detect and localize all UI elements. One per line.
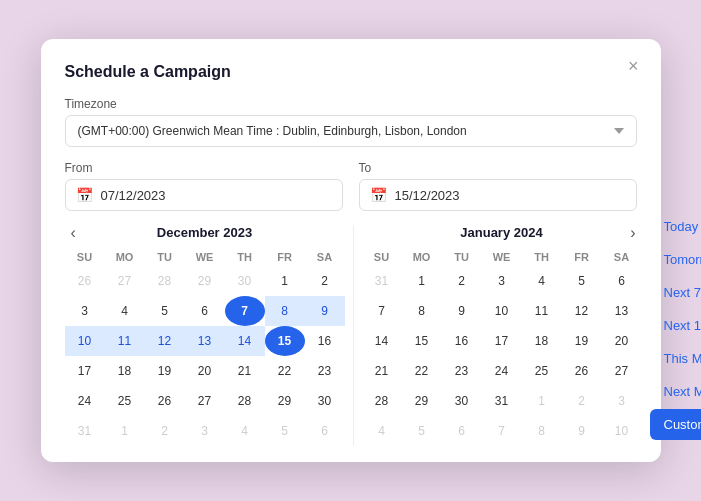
calendar-day[interactable]: 2 (305, 266, 345, 296)
weekday-header: SA (305, 248, 345, 266)
calendar-day[interactable]: 1 (402, 266, 442, 296)
calendar-day[interactable]: 31 (482, 386, 522, 416)
calendar-day[interactable]: 7 (482, 416, 522, 446)
calendar-day[interactable]: 12 (562, 296, 602, 326)
calendar-day[interactable]: 18 (105, 356, 145, 386)
calendar-day[interactable]: 6 (602, 266, 642, 296)
close-button[interactable]: × (622, 55, 645, 77)
calendar-day[interactable]: 2 (562, 386, 602, 416)
calendar-day[interactable]: 1 (105, 416, 145, 446)
calendar-day[interactable]: 26 (145, 386, 185, 416)
calendar-day[interactable]: 4 (105, 296, 145, 326)
calendar-divider (353, 225, 354, 446)
calendar-day[interactable]: 30 (225, 266, 265, 296)
calendar-day[interactable]: 22 (402, 356, 442, 386)
prev-month-button[interactable]: ‹ (65, 222, 82, 244)
timezone-select[interactable]: (GMT+00:00) Greenwich Mean Time : Dublin… (65, 115, 637, 147)
calendar-day[interactable]: 9 (442, 296, 482, 326)
calendar-day[interactable]: 30 (442, 386, 482, 416)
calendar-day[interactable]: 23 (305, 356, 345, 386)
calendar-day[interactable]: 16 (442, 326, 482, 356)
calendar-day[interactable]: 14 (225, 326, 265, 356)
calendar-day[interactable]: 3 (185, 416, 225, 446)
calendar-day[interactable]: 11 (105, 326, 145, 356)
calendar-day[interactable]: 14 (362, 326, 402, 356)
calendar-day[interactable]: 27 (105, 266, 145, 296)
calendar-day[interactable]: 21 (225, 356, 265, 386)
quick-menu-item[interactable]: Today (650, 211, 702, 242)
calendar-day[interactable]: 21 (362, 356, 402, 386)
calendar-day[interactable]: 10 (482, 296, 522, 326)
calendar-day[interactable]: 28 (362, 386, 402, 416)
calendar-day[interactable]: 9 (305, 296, 345, 326)
calendar-day[interactable]: 3 (65, 296, 105, 326)
quick-menu-item[interactable]: Custom Range (650, 409, 702, 440)
calendar-day[interactable]: 28 (225, 386, 265, 416)
calendar-day[interactable]: 26 (562, 356, 602, 386)
calendar-day[interactable]: 13 (602, 296, 642, 326)
calendar-day[interactable]: 17 (482, 326, 522, 356)
calendar-day[interactable]: 15 (265, 326, 305, 356)
calendar-day[interactable]: 3 (602, 386, 642, 416)
calendar-day[interactable]: 28 (145, 266, 185, 296)
calendar-day[interactable]: 29 (185, 266, 225, 296)
calendar-day[interactable]: 5 (145, 296, 185, 326)
calendar-day[interactable]: 8 (265, 296, 305, 326)
quick-menu-item[interactable]: Next 7 Days (650, 277, 702, 308)
from-input[interactable]: 📅 07/12/2023 (65, 179, 343, 211)
calendar-day[interactable]: 25 (105, 386, 145, 416)
calendar-day[interactable]: 10 (602, 416, 642, 446)
calendar-day[interactable]: 31 (362, 266, 402, 296)
quick-menu-item[interactable]: Next 15 Days (650, 310, 702, 341)
calendar-day[interactable]: 1 (265, 266, 305, 296)
calendar-day[interactable]: 3 (482, 266, 522, 296)
next-month-button[interactable]: › (624, 222, 641, 244)
quick-menu-item[interactable]: Tomorrow (650, 244, 702, 275)
calendar-day[interactable]: 4 (362, 416, 402, 446)
calendar-day[interactable]: 22 (265, 356, 305, 386)
calendar-day[interactable]: 12 (145, 326, 185, 356)
calendar-day[interactable]: 27 (602, 356, 642, 386)
calendar-day[interactable]: 31 (65, 416, 105, 446)
to-input[interactable]: 📅 15/12/2023 (359, 179, 637, 211)
calendar-day[interactable]: 29 (265, 386, 305, 416)
calendar-day[interactable]: 2 (145, 416, 185, 446)
quick-menu-item[interactable]: This Month (650, 343, 702, 374)
quick-menu-item[interactable]: Next Month (650, 376, 702, 407)
calendar-day[interactable]: 18 (522, 326, 562, 356)
calendar-day[interactable]: 10 (65, 326, 105, 356)
calendar-day[interactable]: 26 (65, 266, 105, 296)
calendar-day[interactable]: 4 (522, 266, 562, 296)
calendar-day[interactable]: 24 (65, 386, 105, 416)
calendar-day[interactable]: 6 (305, 416, 345, 446)
december-calendar: ‹ December 2023 SUMOTUWETHFRSA 262728293… (65, 225, 345, 446)
calendar-day[interactable]: 17 (65, 356, 105, 386)
calendar-day[interactable]: 19 (562, 326, 602, 356)
calendar-day[interactable]: 5 (265, 416, 305, 446)
calendar-day[interactable]: 24 (482, 356, 522, 386)
calendar-day[interactable]: 29 (402, 386, 442, 416)
calendar-day[interactable]: 8 (522, 416, 562, 446)
calendar-day[interactable]: 20 (602, 326, 642, 356)
calendar-day[interactable]: 6 (185, 296, 225, 326)
calendar-day[interactable]: 11 (522, 296, 562, 326)
calendar-day[interactable]: 25 (522, 356, 562, 386)
calendar-day[interactable]: 23 (442, 356, 482, 386)
calendar-day[interactable]: 7 (362, 296, 402, 326)
calendar-day[interactable]: 20 (185, 356, 225, 386)
calendar-day[interactable]: 1 (522, 386, 562, 416)
calendar-day[interactable]: 27 (185, 386, 225, 416)
calendar-day[interactable]: 19 (145, 356, 185, 386)
calendar-day[interactable]: 13 (185, 326, 225, 356)
calendar-day[interactable]: 2 (442, 266, 482, 296)
calendar-day[interactable]: 15 (402, 326, 442, 356)
calendar-day[interactable]: 30 (305, 386, 345, 416)
calendar-day[interactable]: 5 (562, 266, 602, 296)
calendar-day[interactable]: 7 (225, 296, 265, 326)
calendar-day[interactable]: 6 (442, 416, 482, 446)
calendar-day[interactable]: 8 (402, 296, 442, 326)
calendar-day[interactable]: 4 (225, 416, 265, 446)
calendar-day[interactable]: 16 (305, 326, 345, 356)
calendar-day[interactable]: 9 (562, 416, 602, 446)
calendar-day[interactable]: 5 (402, 416, 442, 446)
